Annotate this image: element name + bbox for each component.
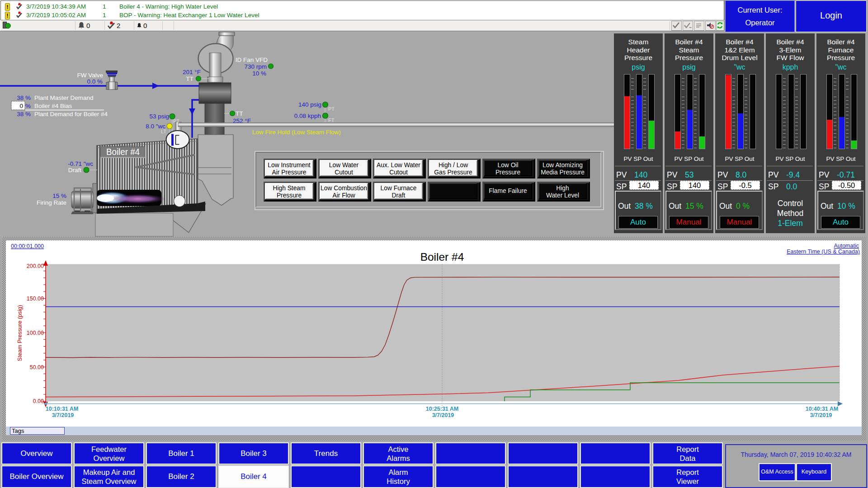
svg-text:Low Fire Hold (Low Steam Flow): Low Fire Hold (Low Steam Flow)	[252, 129, 341, 136]
svg-text:00:00:01.000: 00:00:01.000	[11, 243, 44, 249]
svg-text:200.00: 200.00	[27, 263, 44, 269]
svg-text:PT: PT	[328, 106, 335, 112]
svg-text:730 rpm: 730 rpm	[244, 63, 267, 70]
svg-text:FT: FT	[328, 117, 335, 123]
svg-text:252 °F: 252 °F	[233, 117, 251, 124]
svg-text:Boiler #4: Boiler #4	[420, 251, 464, 263]
svg-text:100.00: 100.00	[27, 330, 44, 336]
svg-text:38 %: 38 %	[17, 94, 31, 101]
svg-text:3/7/2019: 3/7/2019	[432, 412, 454, 418]
svg-text:PT: PT	[173, 118, 179, 124]
svg-text:Boiler #4 Bias: Boiler #4 Bias	[34, 103, 72, 109]
svg-text:Plant Demand for Boiler #4: Plant Demand for Boiler #4	[34, 111, 108, 117]
svg-text:-0.71 "wc: -0.71 "wc	[68, 160, 93, 167]
svg-text:Automatic: Automatic	[834, 243, 859, 249]
svg-text:Eastern Time (US & Canada): Eastern Time (US & Canada)	[787, 249, 860, 255]
svg-text:LT: LT	[161, 129, 166, 134]
svg-text:ID Fan VFD: ID Fan VFD	[236, 56, 268, 63]
svg-text:50.00: 50.00	[30, 364, 44, 371]
svg-text:0.08 kpph: 0.08 kpph	[294, 113, 321, 119]
svg-text:0: 0	[19, 103, 23, 109]
svg-text:150.00: 150.00	[27, 296, 44, 302]
svg-text:53 psig: 53 psig	[149, 113, 169, 120]
svg-text:140 psig: 140 psig	[298, 101, 321, 108]
svg-text:Boiler #4: Boiler #4	[106, 147, 140, 157]
svg-text:Firing Rate: Firing Rate	[37, 199, 66, 206]
svg-text:Draft: Draft	[68, 167, 82, 174]
svg-text:%: %	[25, 103, 31, 109]
svg-text:10 %: 10 %	[252, 70, 266, 77]
svg-text:Steam Pressure (psig): Steam Pressure (psig)	[17, 305, 23, 361]
svg-text:0.00: 0.00	[33, 398, 44, 404]
svg-text:10:40:31 AM: 10:40:31 AM	[806, 406, 839, 412]
svg-text:10:10:31 AM: 10:10:31 AM	[46, 406, 79, 412]
svg-text:3/7/2019: 3/7/2019	[810, 412, 832, 418]
svg-text:10:25:31 AM: 10:25:31 AM	[426, 406, 459, 412]
svg-text:38 %: 38 %	[17, 111, 31, 117]
svg-text:Plant Master Demand: Plant Master Demand	[34, 94, 94, 101]
svg-text:TT: TT	[186, 75, 194, 82]
svg-text:0.0 %: 0.0 %	[87, 78, 103, 85]
svg-text:201 °F: 201 °F	[183, 69, 201, 75]
svg-text:TT: TT	[236, 110, 243, 117]
svg-text:15 %: 15 %	[52, 192, 66, 199]
svg-text:3/7/2019: 3/7/2019	[52, 412, 74, 418]
svg-text:FW Valve: FW Valve	[77, 72, 103, 79]
